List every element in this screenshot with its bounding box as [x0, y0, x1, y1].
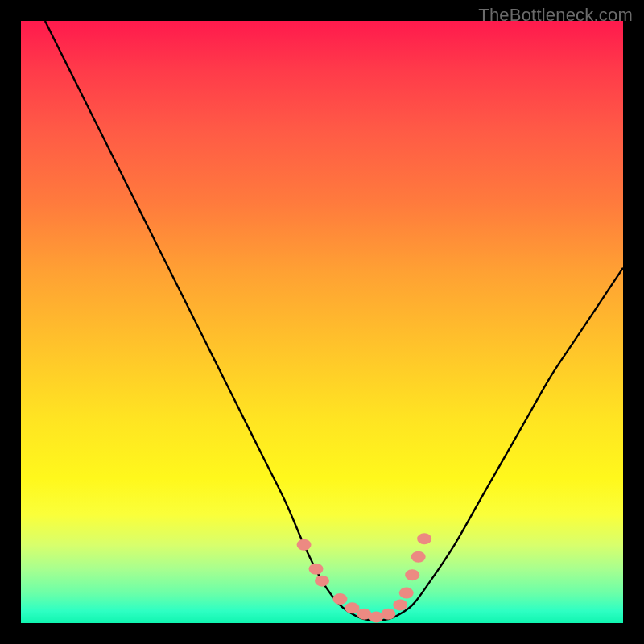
curve-marker: [411, 551, 426, 563]
watermark-text: TheBottleneck.com: [478, 5, 633, 26]
curve-marker: [393, 600, 407, 611]
curve-marker: [315, 576, 329, 587]
curve-marker: [297, 539, 312, 551]
curve-marker: [417, 533, 431, 544]
bottleneck-curve: [21, 21, 623, 623]
curve-marker: [405, 569, 419, 580]
curve-marker: [381, 609, 395, 620]
curve-marker: [332, 593, 347, 605]
curve-path: [45, 21, 623, 621]
curve-marker: [399, 588, 414, 599]
curve-marker: [345, 602, 359, 613]
curve-marker: [309, 564, 324, 575]
plot-area: [21, 21, 623, 623]
chart-frame: TheBottleneck.com: [0, 0, 644, 644]
